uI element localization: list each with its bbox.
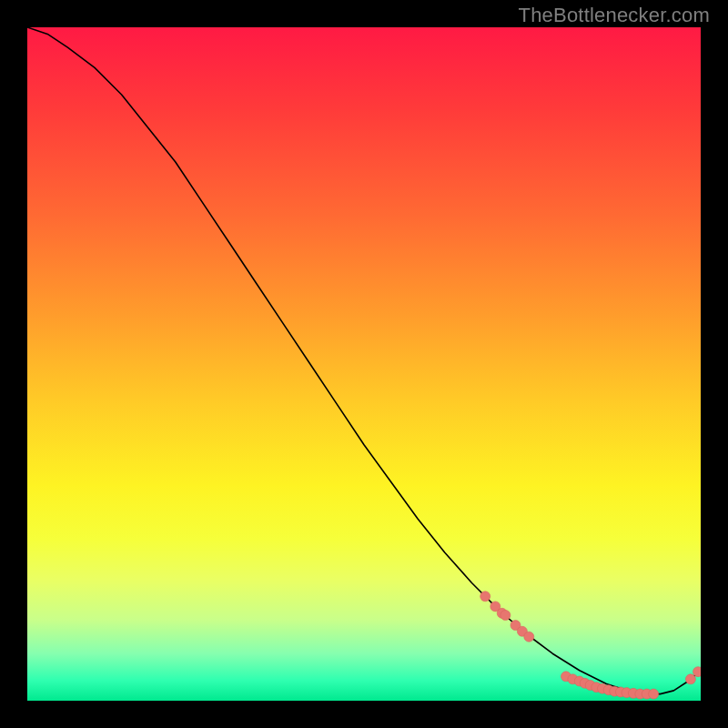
scatter-dot bbox=[480, 592, 490, 602]
scatter-dot bbox=[685, 674, 695, 684]
scatter-dot bbox=[524, 632, 534, 642]
bottleneck-curve bbox=[27, 27, 701, 694]
watermark-text: TheBottlenecker.com bbox=[519, 4, 710, 27]
chart-plot-area bbox=[27, 27, 701, 701]
chart-svg-overlay bbox=[27, 27, 701, 701]
scatter-dot bbox=[693, 667, 701, 677]
scatter-dot bbox=[649, 689, 659, 699]
scatter-dots bbox=[480, 592, 701, 699]
scatter-dot bbox=[500, 611, 511, 621]
